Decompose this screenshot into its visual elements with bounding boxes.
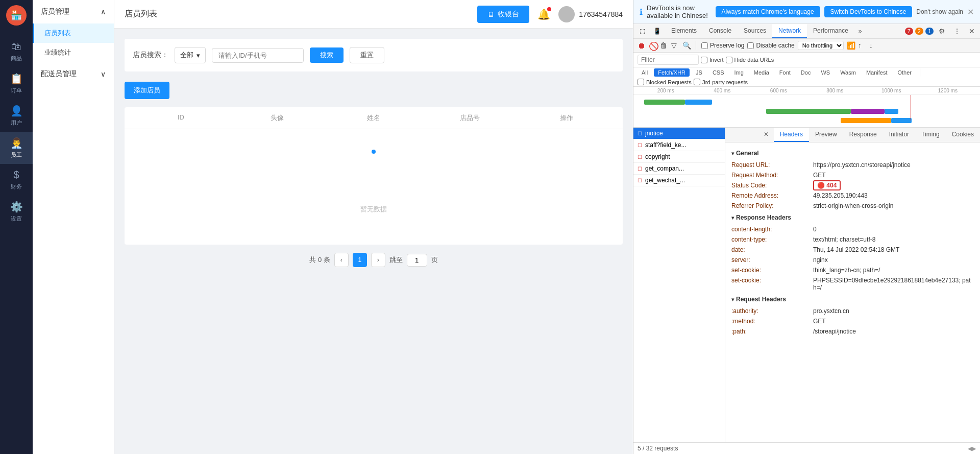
notification-close-button[interactable]: ✕ [967,7,974,17]
add-staff-button[interactable]: 添加店员 [125,82,169,99]
filter-img[interactable]: Img [730,68,748,77]
tab-performance[interactable]: Performance [807,24,854,38]
next-page-button[interactable]: › [371,253,385,267]
search-select[interactable]: 全部 ▾ [175,47,206,63]
filter-doc[interactable]: Doc [797,68,815,77]
server-val: nginx [813,256,828,264]
search-button[interactable]: 搜索 [310,47,344,63]
preserve-log-label[interactable]: Preserve log [701,42,744,49]
invert-label[interactable]: Invert [701,57,724,63]
third-party-checkbox[interactable] [694,79,700,85]
details-tab-initiator[interactable]: Initiator [883,128,915,142]
response-headers-label: Response Headers [736,214,791,221]
page-1-button[interactable]: 1 [353,253,367,267]
sidebar-item-orders[interactable]: 📋 订单 [0,67,33,100]
remote-address-key: Remote Address: [731,192,813,199]
download-icon[interactable]: ↓ [869,41,877,50]
filter-input[interactable] [638,55,699,65]
record-button[interactable]: ⏺ [638,41,646,50]
delivery-management-group[interactable]: 配送员管理 ∨ [33,62,114,86]
filter-ws[interactable]: WS [817,68,834,77]
filter-other[interactable]: Other [893,68,916,77]
request-name-jnotice: jnotice [645,130,663,137]
staff-icon: 👨‍💼 [10,137,23,149]
filter-css[interactable]: CSS [708,68,728,77]
tab-network[interactable]: Network [772,24,807,38]
request-item-staff[interactable]: ☐ staff?field_ke... [633,139,725,151]
cashier-label: 收银台 [498,10,519,19]
preserve-log-checkbox[interactable] [701,42,708,49]
set-cookie-1-key: set-cookie: [731,267,813,274]
search-input[interactable] [212,48,304,63]
tab-sources[interactable]: Sources [738,24,772,38]
request-headers-section[interactable]: ▾ Request Headers [731,293,974,306]
method-row: :method: GET [731,316,974,326]
throttle-select[interactable]: No throttling [798,41,844,50]
details-close-button[interactable]: ✕ [758,128,774,142]
prev-page-button[interactable]: ‹ [334,253,349,267]
col-id: ID [133,113,229,123]
staff-management-group[interactable]: 店员管理 ∧ [33,0,114,23]
devtools-body: ☐ jnotice ☐ staff?field_ke... ☐ copyrigh… [633,128,980,442]
devtools-panel: ℹ DevTools is now available in Chinese! … [633,0,980,454]
search-network-icon[interactable]: 🔍 [682,41,691,50]
request-item-jnotice[interactable]: ☐ jnotice [633,128,725,139]
dont-show-again-link[interactable]: Don't show again [916,8,963,15]
details-tab-cookies[interactable]: Cookies [946,128,980,142]
referrer-policy-row: Referrer Policy: strict-origin-when-cros… [731,201,974,211]
clear-button[interactable]: 🗑 [660,41,668,50]
filter-all[interactable]: All [638,68,652,77]
page-jump-input[interactable] [407,254,427,267]
reset-button[interactable]: 重置 [350,47,384,63]
more-options-icon[interactable]: ⋮ [950,25,964,37]
filter-wasm[interactable]: Wasm [836,68,860,77]
filter-icon[interactable]: ▽ [671,41,679,50]
sidebar-item-goods[interactable]: 🛍 商品 [0,36,33,67]
hide-data-urls-label[interactable]: Hide data URLs [726,57,774,63]
disable-cache-label[interactable]: Disable cache [747,42,794,49]
device-icon[interactable]: 📱 [649,25,665,38]
third-party-label[interactable]: 3rd-party requests [694,79,748,85]
details-tab-timing[interactable]: Timing [915,128,946,142]
blocked-requests-checkbox[interactable] [638,79,644,85]
sidebar-item-settings[interactable]: ⚙️ 设置 [0,196,33,228]
menu-item-performance[interactable]: 业绩统计 [33,43,114,62]
filter-media[interactable]: Media [750,68,773,77]
more-tabs-button[interactable]: » [854,25,866,38]
match-language-button[interactable]: Always match Chrome's language [716,6,820,17]
filter-fetch-xhr[interactable]: Fetch/XHR [654,68,690,77]
request-item-company[interactable]: ☐ get_compan... [633,163,725,175]
error-req-icon-3: ☐ [638,154,642,160]
switch-to-chinese-button[interactable]: Switch DevTools to Chinese [824,6,913,17]
tab-elements[interactable]: Elements [665,24,703,38]
upload-icon[interactable]: ↑ [858,41,866,50]
menu-item-staff-list[interactable]: 店员列表 [33,23,114,43]
info-icon: ℹ [640,7,643,17]
details-tab-headers[interactable]: Headers [774,128,809,142]
set-cookie-1-row: set-cookie: think_lang=zh-cn; path=/ [731,265,974,275]
filter-js[interactable]: JS [692,68,706,77]
sidebar-logo: 🏪 [6,5,27,26]
details-tab-response[interactable]: Response [843,128,883,142]
request-item-wechat[interactable]: ☐ get_wechat_... [633,175,725,186]
filter-font[interactable]: Font [775,68,795,77]
sidebar-item-users[interactable]: 👤 用户 [0,100,33,132]
details-tab-preview[interactable]: Preview [809,128,843,142]
request-item-copyright[interactable]: ☐ copyright [633,151,725,163]
disable-cache-checkbox[interactable] [747,42,754,49]
general-section-header[interactable]: ▾ General [731,147,974,160]
jump-label: 跳至 [389,255,403,265]
cashier-button[interactable]: 🖥 收银台 [477,6,529,23]
stop-button[interactable]: 🚫 [649,41,657,50]
tab-console[interactable]: Console [703,24,738,38]
blocked-requests-label[interactable]: Blocked Requests [638,79,692,85]
sidebar-item-finance[interactable]: $ 财务 [0,164,33,196]
close-devtools-button[interactable]: ✕ [966,25,978,37]
filter-manifest[interactable]: Manifest [862,68,892,77]
sidebar-item-staff[interactable]: 👨‍💼 员工 [0,132,33,164]
hide-data-urls-checkbox[interactable] [726,57,732,63]
settings-icon[interactable]: ⚙ [936,25,948,37]
response-headers-section[interactable]: ▾ Response Headers [731,211,974,224]
invert-checkbox[interactable] [701,57,707,63]
cursor-icon[interactable]: ⬚ [635,25,649,38]
